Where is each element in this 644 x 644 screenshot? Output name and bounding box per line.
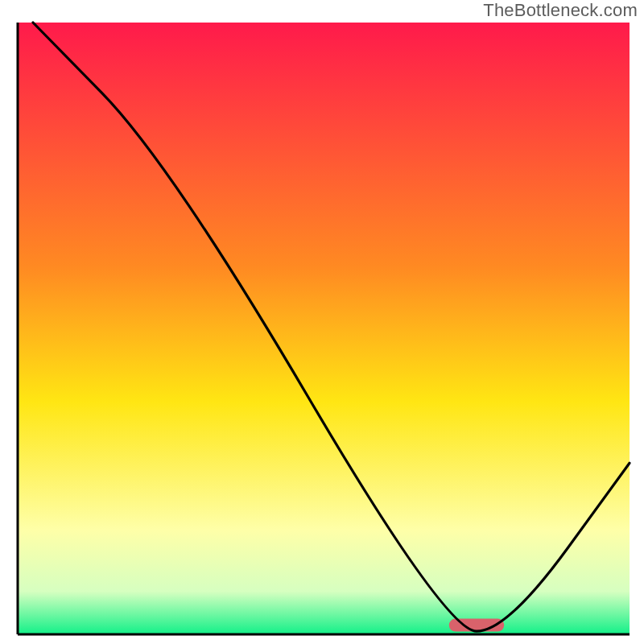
plot-background [18,23,630,634]
chart-canvas: TheBottleneck.com [0,0,644,644]
chart-svg [0,0,644,644]
watermark-text: TheBottleneck.com [483,0,638,21]
